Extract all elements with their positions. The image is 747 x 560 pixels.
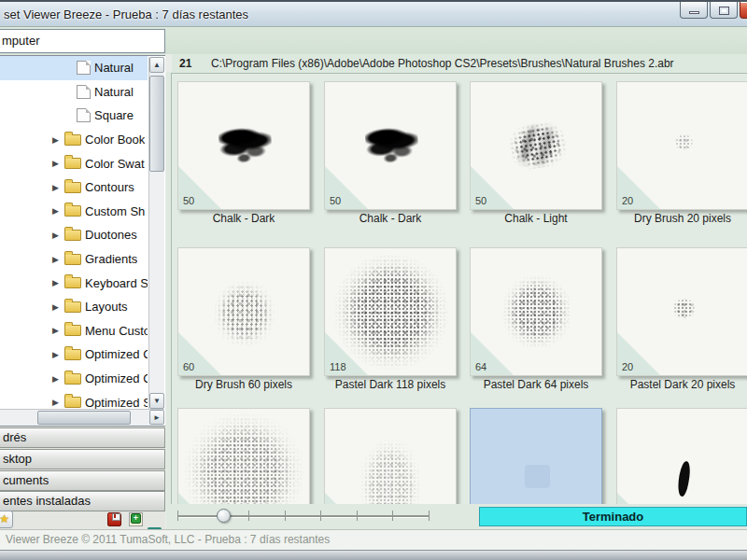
brush-preview: [184, 413, 303, 504]
folder-icon: [64, 373, 81, 385]
shortcut-documents[interactable]: cuments: [0, 470, 165, 491]
shortcut-installed-fonts[interactable]: entes instaladas: [0, 491, 165, 511]
brush-size-badge: 50: [475, 195, 486, 206]
sidebar-icon-row: ★: [0, 511, 166, 530]
tree-item-menu-customization[interactable]: ▶Menu Custo: [0, 319, 148, 343]
expand-arrow-icon[interactable]: ▶: [52, 374, 64, 384]
expand-arrow-icon[interactable]: ▶: [52, 206, 64, 216]
tree-item-duotones[interactable]: ▶Duotones: [0, 223, 148, 247]
scrollbar-thumb[interactable]: [149, 76, 164, 172]
maximize-icon: [719, 7, 729, 15]
preset-count: 21: [179, 57, 191, 70]
brush-cell-pastel-dark-64[interactable]: 64: [470, 247, 602, 376]
tree-item-keyboard-shortcuts[interactable]: ▶Keyboard S: [0, 271, 148, 295]
tree-item-color-book[interactable]: ▶Color Book: [0, 128, 148, 152]
tree-item-natural[interactable]: Natural: [0, 80, 148, 105]
expand-arrow-icon[interactable]: ▶: [52, 326, 64, 335]
zoom-slider[interactable]: [177, 504, 430, 529]
corner-triangle: [325, 493, 368, 504]
expand-arrow-icon[interactable]: ▶: [52, 159, 64, 168]
brush-label: Chalk - Light: [470, 212, 602, 225]
folder-icon: [64, 134, 81, 146]
brush-size-badge: 50: [183, 195, 194, 206]
brush-cell-row3-3-selected[interactable]: [470, 408, 602, 504]
scroll-right-button[interactable]: ►: [149, 410, 164, 425]
expand-arrow-icon[interactable]: ▶: [52, 231, 64, 240]
brush-cell-row3-1[interactable]: [177, 408, 310, 504]
progress-label: Terminado: [480, 508, 746, 525]
shortcut-user[interactable]: drés: [0, 427, 165, 448]
tree-item-layouts[interactable]: ▶Layouts: [0, 295, 148, 319]
brush-cell-chalk-dark-1[interactable]: 50: [177, 81, 310, 210]
tree-item-natural[interactable]: Natural: [0, 56, 148, 80]
folder-icon: [64, 182, 81, 193]
scroll-down-button[interactable]: ▼: [149, 393, 164, 409]
tree-item-optimized-colors[interactable]: ▶Optimized C: [0, 367, 148, 391]
save-list-button[interactable]: [107, 512, 121, 526]
expand-arrow-icon[interactable]: ▶: [52, 302, 64, 312]
tree-rows: Natural Natural Square ▶Color Book ▶Colo…: [0, 56, 148, 409]
tree-item-contours[interactable]: ▶Contours: [0, 175, 148, 200]
add-item-button[interactable]: [129, 512, 143, 526]
folder-icon: [64, 230, 81, 241]
brush-cell-chalk-light[interactable]: 50: [470, 81, 602, 210]
brush-cell-row3-4[interactable]: [616, 408, 747, 504]
folder-icon: [64, 205, 81, 217]
brush-grid: 50 50 50 20 Chalk - Dark Chalk - Dark Ch…: [166, 72, 747, 504]
expand-arrow-icon[interactable]: ▶: [52, 255, 64, 264]
star-icon: ★: [0, 512, 9, 525]
brush-cell-chalk-dark-2[interactable]: 50: [324, 81, 457, 210]
brush-label: Dry Brush 60 pixels: [177, 378, 310, 391]
brush-cell-dry-brush-60[interactable]: 60: [177, 247, 310, 376]
brush-preview: [675, 134, 693, 150]
tree-item-color-swatches[interactable]: ▶Color Swat: [0, 151, 148, 175]
tree-item-optimized-settings[interactable]: ▶Optimized S: [0, 390, 148, 409]
expand-arrow-icon[interactable]: ▶: [52, 278, 64, 287]
progress-bar: Terminado: [479, 507, 747, 526]
corner-triangle: [617, 493, 660, 504]
brush-size-badge: 64: [475, 361, 486, 372]
sidebar: Natural Natural Square ▶Color Book ▶Colo…: [0, 54, 166, 529]
favorites-button[interactable]: ★: [0, 511, 13, 528]
preset-path: C:\Program Files (x86)\Adobe\Adobe Photo…: [211, 57, 674, 70]
tree-item-custom-shapes[interactable]: ▶Custom Sh: [0, 200, 148, 224]
vertical-scrollbar[interactable]: ▲ ▼: [148, 57, 164, 409]
brush-label: Chalk - Dark: [324, 212, 457, 225]
file-icon: [77, 108, 91, 122]
folder-icon: [64, 397, 81, 408]
brush-cell-pastel-dark-118[interactable]: 118: [324, 247, 457, 376]
minimize-button[interactable]: [680, 2, 708, 19]
tree-item-optimized-colors[interactable]: ▶Optimized C: [0, 343, 148, 367]
brush-size-badge: 60: [183, 361, 194, 372]
brush-label: Pastel Dark 118 pixels: [324, 378, 457, 391]
scrollbar-thumb[interactable]: [37, 411, 131, 425]
tree-item-square[interactable]: Square: [0, 104, 148, 128]
maximize-button[interactable]: [710, 2, 738, 19]
title-bar: set Viewer Breeze - Prueba : 7 días rest…: [0, 0, 747, 27]
expand-arrow-icon[interactable]: ▶: [52, 183, 64, 192]
computer-header[interactable]: mputer: [0, 29, 165, 53]
slider-thumb[interactable]: [217, 509, 231, 523]
tree-item-gradients[interactable]: ▶Gradients: [0, 247, 148, 272]
brush-preview: [215, 282, 275, 345]
expand-arrow-icon[interactable]: ▶: [52, 398, 64, 407]
footer-row: Terminado: [166, 504, 747, 529]
minimize-icon: [689, 11, 699, 14]
path-bar: 21 C:\Program Files (x86)\Adobe\Adobe Ph…: [166, 54, 747, 72]
horizontal-scrollbar[interactable]: ►: [0, 409, 164, 426]
brush-size-badge: 118: [330, 361, 346, 372]
window-bottom-frame: [0, 550, 747, 560]
expand-arrow-icon[interactable]: ▶: [52, 350, 64, 359]
brush-size-badge: 20: [622, 195, 633, 206]
close-button[interactable]: [740, 2, 747, 19]
brush-size-badge: 50: [330, 195, 341, 206]
brush-preview: [360, 439, 420, 504]
brush-cell-dry-brush-20[interactable]: 20: [616, 81, 747, 210]
brush-cell-row3-2[interactable]: [324, 408, 457, 504]
scroll-up-button[interactable]: ▲: [149, 57, 164, 73]
shortcut-desktop[interactable]: sktop: [0, 449, 165, 469]
expand-arrow-icon[interactable]: ▶: [52, 135, 64, 145]
file-icon: [77, 85, 91, 99]
brush-preview: [364, 123, 420, 169]
brush-cell-pastel-dark-20[interactable]: 20: [616, 247, 747, 376]
